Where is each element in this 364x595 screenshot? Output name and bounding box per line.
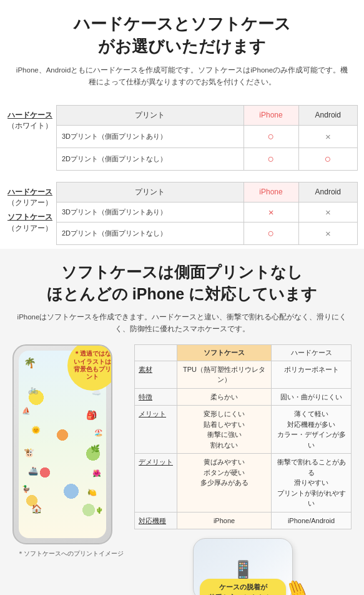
table2-col: プリント iPhone Android 3Dプリント（側面プリントあり）××2D… — [56, 182, 358, 245]
case-note-area: 📱 🤚 ケースの脱着が 苦手な方におすすめ。 — [134, 538, 352, 595]
comp-soft-header: ソフトケース — [177, 344, 272, 361]
phone-image-area: 🌴 🐋 🚲 ☁️ ⛵ 🎒 🌞 🏖️ 🐮 🌿 🚢 🌺 🦆 🍋 — [12, 344, 128, 558]
table1-wrapper: ハードケース （ホワイト） プリント iPhone Android 3Dプリント… — [6, 105, 358, 171]
bottom-title: ソフトケースは側面プリントなし ほとんどの iPhone に対応しています — [12, 261, 352, 305]
comparison-table: ソフトケース ハードケース 素材TPU（熱可塑性ポリウレタン）ポリカーボネート特… — [134, 344, 352, 530]
section1-header: ハードケースとソフトケース がお選びいただけます iPhone、Androidと… — [0, 0, 364, 105]
right-area: ソフトケース ハードケース 素材TPU（熱可塑性ポリウレタン）ポリカーボネート特… — [134, 344, 352, 595]
comp-blank-header — [135, 344, 177, 361]
col-iphone-header2: iPhone — [243, 182, 298, 202]
table1: プリント iPhone Android 3Dプリント（側面プリントあり）○×2D… — [56, 105, 358, 171]
col-android-header2: Android — [298, 182, 357, 202]
table2: プリント iPhone Android 3Dプリント（側面プリントあり）××2D… — [56, 182, 358, 245]
main-title: ハードケースとソフトケース がお選びいただけます — [12, 12, 352, 58]
comp-hard-header: ハードケース — [272, 344, 352, 361]
bottom-description: iPhoneはソフトケースを作成できます。ハードケースと違い、衝撃で割れる心配が… — [12, 311, 352, 336]
table2-left-label: ハードケース （クリアー） ソフトケース （クリアー） — [6, 182, 56, 234]
col-print-header: プリント — [57, 105, 244, 125]
table1-col: プリント iPhone Android 3Dプリント（側面プリントあり）○×2D… — [56, 105, 358, 171]
section1-description: iPhone、Androidともにハードケースを作成可能です。ソフトケースはiP… — [12, 64, 352, 89]
case-note-bubble: ケースの脱着が 苦手な方におすすめ。 — [200, 579, 286, 595]
footer-note: ＊ソフトケースへのプリントイメージ — [12, 549, 128, 558]
phone-illustration: 🌴 🐋 🚲 ☁️ ⛵ 🎒 🌞 🏖️ 🐮 🌿 🚢 🌺 🦆 🍋 — [12, 344, 112, 544]
table1-section: ハードケース （ホワイト） プリント iPhone Android 3Dプリント… — [0, 105, 364, 245]
table1-left-label: ハードケース （ホワイト） — [6, 105, 56, 132]
col-print-header2: プリント — [57, 182, 244, 202]
table2-wrapper: ハードケース （クリアー） ソフトケース （クリアー） プリント iPhone … — [6, 182, 358, 245]
bottom-content: 🌴 🐋 🚲 ☁️ ⛵ 🎒 🌞 🏖️ 🐮 🌿 🚢 🌺 🦆 🍋 — [12, 344, 352, 595]
col-iphone-header1: iPhone — [243, 105, 298, 125]
col-android-header1: Android — [298, 105, 357, 125]
section2: ソフトケースは側面プリントなし ほとんどの iPhone に対応しています iP… — [0, 249, 364, 595]
